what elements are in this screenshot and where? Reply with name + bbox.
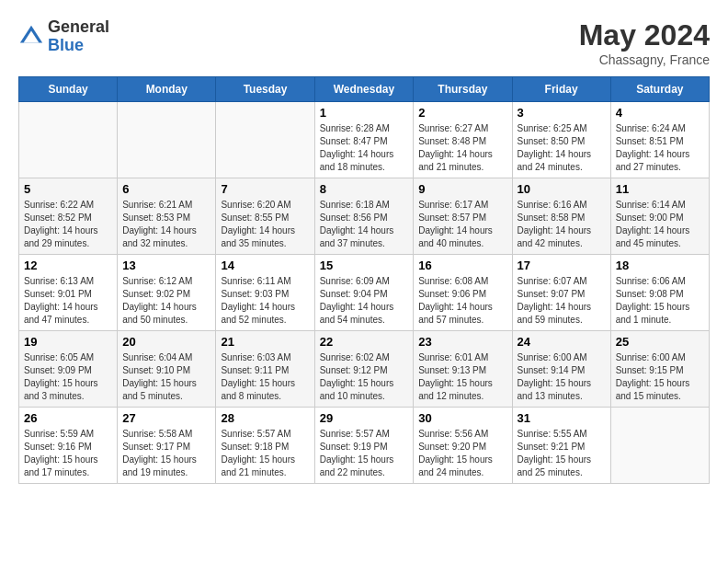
logo-text: General Blue: [48, 18, 109, 55]
day-number: 23: [418, 335, 506, 349]
day-info: Sunrise: 6:02 AM Sunset: 9:12 PM Dayligh…: [320, 351, 409, 403]
weekday-header-sunday: Sunday: [19, 77, 118, 102]
day-info: Sunrise: 6:09 AM Sunset: 9:04 PM Dayligh…: [320, 275, 409, 327]
calendar-cell: 11Sunrise: 6:14 AM Sunset: 9:00 PM Dayli…: [610, 178, 709, 255]
day-info: Sunrise: 6:14 AM Sunset: 9:00 PM Dayligh…: [616, 199, 704, 250]
day-info: Sunrise: 6:11 AM Sunset: 9:03 PM Dayligh…: [221, 275, 309, 327]
day-number: 7: [221, 182, 309, 196]
day-info: Sunrise: 6:21 AM Sunset: 8:53 PM Dayligh…: [122, 199, 210, 250]
day-info: Sunrise: 5:56 AM Sunset: 9:20 PM Dayligh…: [418, 428, 506, 479]
day-number: 17: [518, 259, 606, 272]
title-block: May 2024 Chassagny, France: [579, 18, 710, 67]
day-info: Sunrise: 6:01 AM Sunset: 9:13 PM Dayligh…: [418, 351, 506, 403]
day-number: 26: [24, 411, 112, 425]
calendar-cell: 29Sunrise: 5:57 AM Sunset: 9:19 PM Dayli…: [314, 408, 414, 484]
calendar-week-row: 1Sunrise: 6:28 AM Sunset: 8:47 PM Daylig…: [19, 102, 710, 178]
day-info: Sunrise: 6:24 AM Sunset: 8:51 PM Dayligh…: [616, 122, 704, 174]
day-number: 25: [616, 335, 704, 349]
day-number: 12: [24, 259, 112, 272]
calendar-cell: 19Sunrise: 6:05 AM Sunset: 9:09 PM Dayli…: [19, 331, 118, 408]
calendar-week-row: 12Sunrise: 6:13 AM Sunset: 9:01 PM Dayli…: [19, 255, 710, 331]
month-year-title: May 2024: [579, 18, 710, 52]
day-info: Sunrise: 6:20 AM Sunset: 8:55 PM Dayligh…: [221, 199, 309, 250]
day-info: Sunrise: 6:07 AM Sunset: 9:07 PM Dayligh…: [518, 275, 606, 327]
calendar-cell: 31Sunrise: 5:55 AM Sunset: 9:21 PM Dayli…: [512, 408, 610, 484]
calendar-cell: 28Sunrise: 5:57 AM Sunset: 9:18 PM Dayli…: [216, 408, 314, 484]
day-number: 4: [616, 106, 704, 120]
calendar-cell: 17Sunrise: 6:07 AM Sunset: 9:07 PM Dayli…: [512, 255, 610, 331]
calendar-cell: [19, 102, 118, 178]
day-info: Sunrise: 6:18 AM Sunset: 8:56 PM Dayligh…: [320, 199, 409, 250]
calendar-cell: 21Sunrise: 6:03 AM Sunset: 9:11 PM Dayli…: [216, 331, 314, 408]
calendar-cell: 4Sunrise: 6:24 AM Sunset: 8:51 PM Daylig…: [610, 102, 709, 178]
day-info: Sunrise: 6:17 AM Sunset: 8:57 PM Dayligh…: [418, 199, 506, 250]
day-info: Sunrise: 6:00 AM Sunset: 9:15 PM Dayligh…: [616, 351, 704, 403]
day-info: Sunrise: 6:06 AM Sunset: 9:08 PM Dayligh…: [616, 275, 704, 327]
day-number: 28: [221, 411, 309, 425]
day-number: 11: [616, 182, 704, 196]
day-info: Sunrise: 6:00 AM Sunset: 9:14 PM Dayligh…: [518, 351, 606, 403]
day-info: Sunrise: 6:12 AM Sunset: 9:02 PM Dayligh…: [122, 275, 210, 327]
calendar-cell: [216, 102, 314, 178]
day-number: 3: [518, 106, 606, 120]
day-info: Sunrise: 6:04 AM Sunset: 9:10 PM Dayligh…: [122, 351, 210, 403]
calendar-cell: 23Sunrise: 6:01 AM Sunset: 9:13 PM Dayli…: [414, 331, 512, 408]
day-number: 14: [221, 259, 309, 272]
calendar-cell: 8Sunrise: 6:18 AM Sunset: 8:56 PM Daylig…: [314, 178, 414, 255]
logo-blue-text: Blue: [48, 37, 109, 55]
day-info: Sunrise: 5:57 AM Sunset: 9:19 PM Dayligh…: [320, 428, 409, 479]
day-info: Sunrise: 6:28 AM Sunset: 8:47 PM Dayligh…: [320, 122, 409, 174]
day-info: Sunrise: 6:08 AM Sunset: 9:06 PM Dayligh…: [418, 275, 506, 327]
calendar-cell: [118, 102, 216, 178]
day-number: 30: [418, 411, 506, 425]
calendar-cell: [610, 408, 709, 484]
day-number: 9: [418, 182, 506, 196]
day-info: Sunrise: 5:55 AM Sunset: 9:21 PM Dayligh…: [518, 428, 606, 479]
day-info: Sunrise: 5:59 AM Sunset: 9:16 PM Dayligh…: [24, 428, 112, 479]
weekday-header-thursday: Thursday: [414, 77, 512, 102]
calendar-header: SundayMondayTuesdayWednesdayThursdayFrid…: [19, 77, 710, 102]
day-info: Sunrise: 5:57 AM Sunset: 9:18 PM Dayligh…: [221, 428, 309, 479]
calendar-cell: 1Sunrise: 6:28 AM Sunset: 8:47 PM Daylig…: [314, 102, 414, 178]
calendar-cell: 20Sunrise: 6:04 AM Sunset: 9:10 PM Dayli…: [118, 331, 216, 408]
calendar-week-row: 26Sunrise: 5:59 AM Sunset: 9:16 PM Dayli…: [19, 408, 710, 484]
calendar-cell: 27Sunrise: 5:58 AM Sunset: 9:17 PM Dayli…: [118, 408, 216, 484]
weekday-header-saturday: Saturday: [610, 77, 709, 102]
calendar-cell: 15Sunrise: 6:09 AM Sunset: 9:04 PM Dayli…: [314, 255, 414, 331]
weekday-header-friday: Friday: [512, 77, 610, 102]
calendar-cell: 18Sunrise: 6:06 AM Sunset: 9:08 PM Dayli…: [610, 255, 709, 331]
calendar-cell: 5Sunrise: 6:22 AM Sunset: 8:52 PM Daylig…: [19, 178, 118, 255]
day-number: 29: [320, 411, 409, 425]
header-row: SundayMondayTuesdayWednesdayThursdayFrid…: [19, 77, 710, 102]
calendar-cell: 7Sunrise: 6:20 AM Sunset: 8:55 PM Daylig…: [216, 178, 314, 255]
day-number: 27: [122, 411, 210, 425]
day-number: 18: [616, 259, 704, 272]
page-header: General Blue May 2024 Chassagny, France: [18, 18, 710, 67]
day-number: 6: [122, 182, 210, 196]
logo-general-text: General: [48, 18, 109, 37]
day-number: 31: [518, 411, 606, 425]
logo: General Blue: [18, 18, 109, 55]
day-number: 10: [518, 182, 606, 196]
day-number: 24: [518, 335, 606, 349]
day-number: 22: [320, 335, 409, 349]
calendar-cell: 25Sunrise: 6:00 AM Sunset: 9:15 PM Dayli…: [610, 331, 709, 408]
day-info: Sunrise: 6:22 AM Sunset: 8:52 PM Dayligh…: [24, 199, 112, 250]
day-info: Sunrise: 6:16 AM Sunset: 8:58 PM Dayligh…: [518, 199, 606, 250]
day-info: Sunrise: 6:03 AM Sunset: 9:11 PM Dayligh…: [221, 351, 309, 403]
day-number: 13: [122, 259, 210, 272]
day-info: Sunrise: 6:25 AM Sunset: 8:50 PM Dayligh…: [518, 122, 606, 174]
calendar-week-row: 19Sunrise: 6:05 AM Sunset: 9:09 PM Dayli…: [19, 331, 710, 408]
calendar-cell: 12Sunrise: 6:13 AM Sunset: 9:01 PM Dayli…: [19, 255, 118, 331]
calendar-cell: 13Sunrise: 6:12 AM Sunset: 9:02 PM Dayli…: [118, 255, 216, 331]
weekday-header-monday: Monday: [118, 77, 216, 102]
calendar-table: SundayMondayTuesdayWednesdayThursdayFrid…: [18, 76, 710, 484]
day-number: 21: [221, 335, 309, 349]
day-number: 20: [122, 335, 210, 349]
calendar-cell: 30Sunrise: 5:56 AM Sunset: 9:20 PM Dayli…: [414, 408, 512, 484]
weekday-header-wednesday: Wednesday: [314, 77, 414, 102]
calendar-body: 1Sunrise: 6:28 AM Sunset: 8:47 PM Daylig…: [19, 102, 710, 484]
weekday-header-tuesday: Tuesday: [216, 77, 314, 102]
day-number: 19: [24, 335, 112, 349]
calendar-cell: 2Sunrise: 6:27 AM Sunset: 8:48 PM Daylig…: [414, 102, 512, 178]
